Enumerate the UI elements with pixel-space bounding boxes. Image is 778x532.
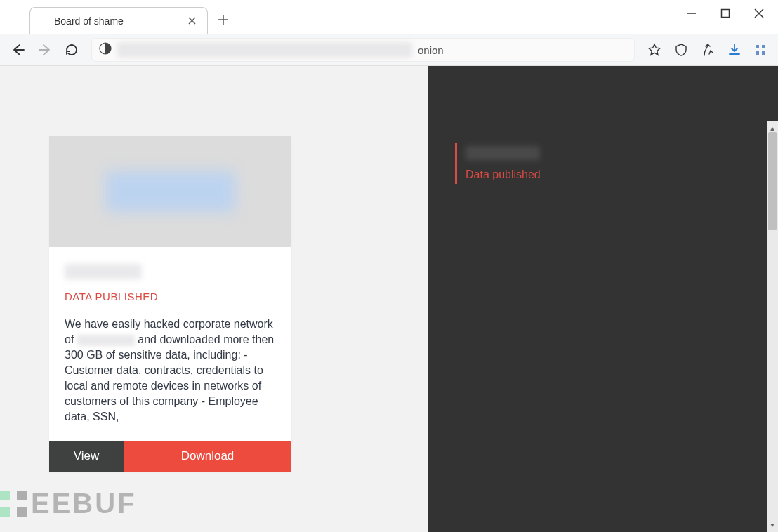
forward-button[interactable]: [38, 43, 52, 57]
right-victim-name-redacted: [466, 146, 540, 160]
svg-rect-1: [722, 10, 730, 18]
victim-name-redacted: [65, 264, 142, 279]
left-column: DATA PUBLISHED We have easily hacked cor…: [0, 66, 428, 532]
maximize-button[interactable]: [720, 8, 730, 18]
victim-card-body: DATA PUBLISHED We have easily hacked cor…: [49, 247, 291, 431]
window-controls: [687, 8, 764, 18]
right-column: Data published: [428, 66, 778, 532]
card-actions: View Download: [49, 441, 291, 472]
bookmark-star-icon[interactable]: [647, 43, 661, 57]
browser-navbar: [0, 34, 778, 66]
close-tab-icon[interactable]: [185, 14, 199, 28]
victim-logo-redacted: [106, 171, 235, 212]
minimize-button[interactable]: [687, 8, 697, 18]
watermark-dark-blocks: [17, 491, 27, 517]
back-button[interactable]: [11, 43, 25, 57]
page-content: DATA PUBLISHED We have easily hacked cor…: [0, 66, 778, 532]
victim-logo-area: [49, 136, 291, 247]
victim-list-item[interactable]: Data published: [455, 143, 778, 184]
download-button[interactable]: Download: [124, 441, 291, 472]
desc-part2: and downloaded more then 300 GB of sensi…: [65, 333, 274, 423]
new-tab-button[interactable]: [218, 14, 229, 28]
close-window-button[interactable]: [754, 8, 764, 18]
new-identity-icon[interactable]: [701, 43, 715, 57]
url-bar[interactable]: [91, 38, 635, 62]
watermark-green-blocks: [0, 491, 10, 517]
svg-rect-12: [762, 51, 765, 55]
inline-redacted: [77, 335, 135, 346]
browser-tabstrip: Board of shame: [0, 0, 778, 34]
svg-rect-9: [756, 45, 759, 48]
svg-rect-11: [756, 51, 759, 55]
url-redacted: [117, 42, 412, 58]
navbar-right-group: [647, 43, 767, 57]
watermark: EEBUF: [0, 488, 137, 519]
url-input[interactable]: [418, 44, 627, 56]
watermark-text: EEBUF: [31, 488, 137, 519]
svg-rect-10: [762, 45, 765, 48]
downloads-icon[interactable]: [727, 43, 741, 57]
right-status: Data published: [466, 168, 770, 181]
shield-icon[interactable]: [674, 43, 688, 57]
victim-card: DATA PUBLISHED We have easily hacked cor…: [49, 136, 291, 472]
view-button[interactable]: View: [49, 441, 124, 472]
vertical-scrollbar[interactable]: [767, 121, 778, 532]
victim-description: We have easily hacked corporate network …: [65, 317, 276, 425]
browser-tab-active[interactable]: Board of shame: [29, 7, 208, 34]
scrollbar-thumb[interactable]: [768, 132, 777, 230]
reload-button[interactable]: [65, 43, 79, 57]
scroll-down-icon[interactable]: [770, 518, 775, 531]
tab-title: Board of shame: [39, 15, 185, 27]
app-menu-icon[interactable]: [754, 44, 767, 56]
publish-status: DATA PUBLISHED: [65, 291, 276, 302]
tor-circuit-icon[interactable]: [99, 42, 112, 58]
